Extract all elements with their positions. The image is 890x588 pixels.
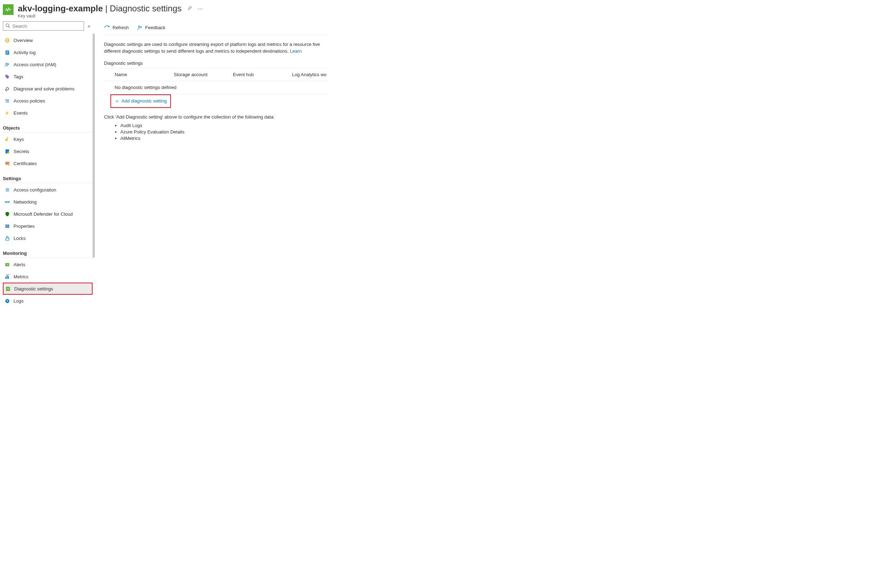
svg-point-9 bbox=[6, 63, 7, 64]
table-header-row: Name Storage account Event hub Log Analy… bbox=[104, 68, 328, 81]
list-icon bbox=[4, 187, 10, 192]
divider bbox=[3, 183, 93, 183]
feedback-label: Feedback bbox=[145, 25, 165, 30]
sidebar-item-label: Locks bbox=[14, 236, 26, 241]
divider bbox=[3, 132, 93, 132]
refresh-button[interactable]: Refresh bbox=[104, 25, 129, 31]
sidebar-item-keys[interactable]: Keys bbox=[3, 133, 93, 145]
sidebar-item-access-config[interactable]: Access configuration bbox=[3, 184, 93, 196]
sidebar-item-diagnostic-settings[interactable]: Diagnostic settings bbox=[3, 283, 93, 295]
svg-rect-31 bbox=[8, 224, 9, 228]
sidebar-item-label: Tags bbox=[14, 74, 23, 80]
sidebar-item-label: Microsoft Defender for Cloud bbox=[14, 212, 73, 217]
toolbar: Refresh Feedback bbox=[104, 21, 328, 35]
sidebar-item-defender[interactable]: Microsoft Defender for Cloud bbox=[3, 208, 93, 220]
sidebar-item-label: Logs bbox=[14, 298, 24, 304]
keyvault-icon bbox=[3, 4, 14, 15]
page-title: akv-logging-example | Diagnostic setting… bbox=[18, 3, 182, 14]
svg-rect-7 bbox=[6, 52, 8, 52]
sidebar-item-networking[interactable]: Networking bbox=[3, 196, 93, 208]
alert-icon bbox=[4, 262, 10, 267]
resource-type-label: Key vault bbox=[18, 14, 203, 18]
section-label: Diagnostic settings bbox=[104, 60, 328, 66]
sidebar-item-events[interactable]: Events bbox=[3, 107, 93, 119]
sidebar-item-locks[interactable]: Locks bbox=[3, 232, 93, 244]
main-content: Refresh Feedback Diagnostic settings are… bbox=[93, 21, 328, 142]
svg-rect-29 bbox=[5, 224, 6, 228]
svg-rect-30 bbox=[7, 224, 8, 228]
svg-rect-37 bbox=[6, 286, 10, 291]
svg-point-22 bbox=[8, 164, 9, 165]
sidebar-item-label: Access configuration bbox=[14, 187, 56, 192]
sidebar-item-access-policies[interactable]: Access policies bbox=[3, 94, 93, 107]
svg-point-20 bbox=[8, 152, 9, 153]
svg-rect-16 bbox=[7, 137, 8, 140]
data-type-item: Azure Policy Evaluation Details bbox=[120, 129, 328, 135]
svg-line-1 bbox=[9, 26, 10, 27]
svg-rect-34 bbox=[5, 276, 6, 279]
sidebar-item-access-control[interactable]: Access control (IAM) bbox=[3, 58, 93, 70]
sidebar-scrollbar[interactable] bbox=[93, 33, 95, 261]
sidebar-item-metrics[interactable]: Metrics bbox=[3, 270, 93, 283]
pin-icon[interactable] bbox=[186, 5, 192, 12]
lock-icon bbox=[4, 235, 10, 241]
sidebar-item-certificates[interactable]: Certificates bbox=[3, 158, 93, 170]
svg-rect-8 bbox=[6, 53, 8, 53]
plus-icon: ＋ bbox=[115, 98, 119, 104]
data-type-item: Audit Logs bbox=[120, 123, 328, 129]
sidebar-group-monitoring: Monitoring bbox=[3, 250, 93, 256]
col-name: Name bbox=[115, 72, 174, 77]
refresh-label: Refresh bbox=[113, 25, 129, 30]
sidebar-item-overview[interactable]: Overview bbox=[3, 34, 93, 46]
instruction-text: Click 'Add Diagnostic setting' above to … bbox=[104, 114, 328, 120]
sidebar-item-activity-log[interactable]: Activity log bbox=[3, 46, 93, 58]
resource-name: akv-logging-example bbox=[18, 3, 103, 13]
svg-rect-40 bbox=[6, 301, 8, 301]
sidebar-item-label: Diagnostic settings bbox=[14, 286, 53, 291]
instruction-block: Click 'Add Diagnostic setting' above to … bbox=[104, 114, 328, 142]
sidebar-item-label: Keys bbox=[14, 136, 24, 142]
svg-point-11 bbox=[6, 75, 7, 76]
lightning-icon bbox=[4, 110, 10, 116]
sidebar-item-logs[interactable]: Logs bbox=[3, 295, 93, 307]
sidebar-item-alerts[interactable]: Alerts bbox=[3, 258, 93, 270]
sidebar-search-input[interactable] bbox=[12, 24, 81, 29]
add-diagnostic-setting-button[interactable]: ＋ Add diagnostic setting bbox=[111, 95, 170, 107]
sidebar-group-settings: Settings bbox=[3, 176, 93, 181]
sidebar-search[interactable] bbox=[3, 21, 84, 31]
sidebar-item-properties[interactable]: Properties bbox=[3, 220, 93, 232]
svg-rect-36 bbox=[8, 276, 9, 279]
sidebar-item-label: Networking bbox=[14, 200, 37, 205]
svg-rect-17 bbox=[8, 137, 8, 138]
metrics-icon bbox=[4, 274, 10, 279]
sidebar-item-label: Diagnose and solve problems bbox=[14, 86, 74, 92]
table-empty-row: No diagnostic settings defined bbox=[104, 81, 328, 94]
svg-rect-39 bbox=[6, 300, 8, 300]
log-icon bbox=[4, 50, 10, 55]
svg-rect-26 bbox=[5, 201, 6, 202]
more-icon[interactable]: ⋯ bbox=[197, 5, 203, 12]
col-storage: Storage account bbox=[174, 72, 233, 77]
sidebar-item-tags[interactable]: Tags bbox=[3, 70, 93, 82]
diagnostic-settings-table: Name Storage account Event hub Log Analy… bbox=[104, 68, 328, 94]
sidebar-item-label: Certificates bbox=[14, 161, 37, 166]
secret-icon bbox=[4, 148, 10, 154]
empty-text: No diagnostic settings defined bbox=[115, 85, 176, 90]
key-icon bbox=[4, 136, 10, 142]
sidebar-item-label: Properties bbox=[14, 224, 35, 229]
sidebar-item-label: Events bbox=[14, 110, 28, 116]
sidebar-item-diagnose[interactable]: Diagnose and solve problems bbox=[3, 82, 93, 94]
add-label: Add diagnostic setting bbox=[122, 98, 167, 104]
shield-icon bbox=[4, 211, 10, 217]
tag-icon bbox=[4, 74, 10, 80]
sidebar-item-label: Access policies bbox=[14, 98, 45, 104]
learn-more-link[interactable]: Learn bbox=[290, 48, 302, 54]
svg-point-0 bbox=[6, 24, 9, 26]
sidebar-item-label: Activity log bbox=[14, 50, 36, 55]
feedback-icon bbox=[137, 25, 143, 31]
collapse-sidebar-icon[interactable]: « bbox=[87, 23, 90, 29]
feedback-button[interactable]: Feedback bbox=[137, 25, 165, 31]
svg-rect-6 bbox=[6, 51, 8, 52]
sidebar-item-secrets[interactable]: Secrets bbox=[3, 145, 93, 158]
diagnostic-icon bbox=[5, 286, 11, 291]
